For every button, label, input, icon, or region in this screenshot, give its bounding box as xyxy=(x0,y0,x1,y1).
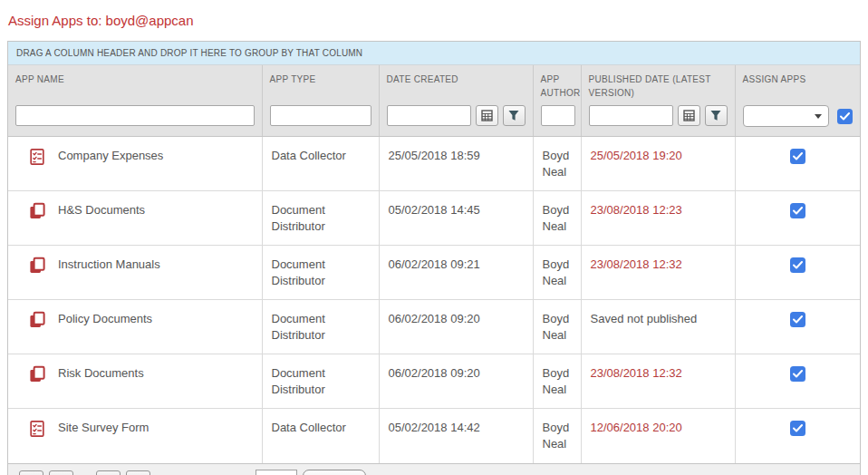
app-author: Boyd Neal xyxy=(533,246,581,300)
filter-published-date-input[interactable] xyxy=(589,105,673,126)
last-page-button[interactable] xyxy=(126,470,150,475)
app-author: Boyd Neal xyxy=(533,409,581,463)
calendar-icon[interactable] xyxy=(678,105,700,126)
assign-checkbox[interactable] xyxy=(790,149,805,164)
table-row: Policy Documents Document Distributor 06… xyxy=(8,300,860,354)
app-type: Document Distributor xyxy=(262,246,379,300)
assign-checkbox[interactable] xyxy=(790,312,805,327)
app-author: Boyd Neal xyxy=(533,191,581,246)
app-type: Document Distributor xyxy=(262,191,379,246)
app-name: H&S Documents xyxy=(58,202,145,218)
app-type-icon xyxy=(28,148,46,166)
table-row: Risk Documents Document Distributor 06/0… xyxy=(8,354,860,409)
change-button[interactable]: Change xyxy=(303,470,366,475)
first-page-button[interactable] xyxy=(19,470,43,475)
app-name: Policy Documents xyxy=(58,311,152,327)
assign-checkbox[interactable] xyxy=(790,203,805,218)
filter-app-name-input[interactable] xyxy=(15,105,255,126)
table-row: Site Survey Form Data Collector 05/02/20… xyxy=(8,409,860,463)
calendar-icon[interactable] xyxy=(476,105,498,126)
assign-checkbox[interactable] xyxy=(790,421,805,436)
table-row: Instruction Manuals Document Distributor… xyxy=(8,246,860,300)
filter-date-created-input[interactable] xyxy=(387,105,471,126)
date-created: 25/05/2018 18:59 xyxy=(379,137,533,191)
pager: 1 Rows Per Page: Change Item 1 to 6 of 6 xyxy=(8,463,860,475)
app-type-icon xyxy=(28,202,46,220)
published-date: 23/08/2018 12:32 xyxy=(581,354,735,409)
app-name: Company Expenses xyxy=(58,148,163,164)
date-created: 06/02/2018 09:21 xyxy=(379,246,533,300)
app-author: Boyd Neal xyxy=(533,137,581,191)
date-created: 06/02/2018 09:20 xyxy=(379,354,533,409)
grid-body: Company Expenses Data Collector 25/05/20… xyxy=(8,137,860,463)
published-date: 23/08/2018 12:23 xyxy=(581,191,735,246)
date-created: 06/02/2018 09:20 xyxy=(379,300,533,354)
app-type: Document Distributor xyxy=(262,300,379,354)
app-name: Instruction Manuals xyxy=(58,257,160,273)
app-type: Data Collector xyxy=(262,137,379,191)
apps-table: APP NAME APP TYPE DATE CREATED APP AUTHO… xyxy=(8,65,860,463)
app-type: Document Distributor xyxy=(262,354,379,409)
date-created: 05/02/2018 14:42 xyxy=(379,409,533,463)
apps-grid: DRAG A COLUMN HEADER AND DROP IT HERE TO… xyxy=(7,41,861,475)
app-author: Boyd Neal xyxy=(533,354,581,409)
filter-funnel-icon[interactable] xyxy=(705,105,728,126)
app-author: Boyd Neal xyxy=(533,300,581,354)
table-row: Company Expenses Data Collector 25/05/20… xyxy=(8,137,860,191)
published-date: 12/06/2018 20:20 xyxy=(581,409,735,463)
column-header-app-name[interactable]: APP NAME xyxy=(8,65,262,100)
filter-app-author-input[interactable] xyxy=(541,105,575,126)
group-drop-zone[interactable]: DRAG A COLUMN HEADER AND DROP IT HERE TO… xyxy=(8,42,860,65)
assign-checkbox[interactable] xyxy=(790,257,805,273)
app-name: Risk Documents xyxy=(58,365,144,382)
page-title: Assign Apps to: boyd@appcan xyxy=(8,13,861,28)
filter-funnel-icon[interactable] xyxy=(503,105,526,126)
chevron-down-icon xyxy=(815,114,822,119)
app-type: Data Collector xyxy=(262,409,379,463)
select-all-checkbox[interactable] xyxy=(837,109,853,124)
column-header-assign-apps[interactable]: ASSIGN APPS xyxy=(735,65,860,100)
previous-page-button[interactable] xyxy=(49,470,73,475)
app-type-icon xyxy=(28,365,46,383)
assign-filter-dropdown[interactable] xyxy=(743,105,830,127)
filter-app-type-input[interactable] xyxy=(270,105,371,126)
rows-per-page-input[interactable] xyxy=(256,470,297,475)
published-date: Saved not published xyxy=(581,300,735,354)
column-header-app-author[interactable]: APP AUTHOR xyxy=(533,65,581,100)
published-date: 23/08/2018 12:32 xyxy=(581,246,735,300)
column-header-published-date[interactable]: PUBLISHED DATE (LATEST VERSION) xyxy=(581,65,735,100)
date-created: 05/02/2018 14:45 xyxy=(379,191,533,246)
app-type-icon xyxy=(28,257,46,275)
column-header-date-created[interactable]: DATE CREATED xyxy=(379,65,533,100)
table-row: H&S Documents Document Distributor 05/02… xyxy=(8,191,860,246)
next-page-button[interactable] xyxy=(96,470,121,475)
assign-checkbox[interactable] xyxy=(790,366,805,382)
app-type-icon xyxy=(28,420,46,438)
column-header-app-type[interactable]: APP TYPE xyxy=(262,65,379,100)
app-name: Site Survey Form xyxy=(58,420,149,436)
app-type-icon xyxy=(28,311,46,329)
published-date: 25/05/2018 19:20 xyxy=(581,137,735,191)
